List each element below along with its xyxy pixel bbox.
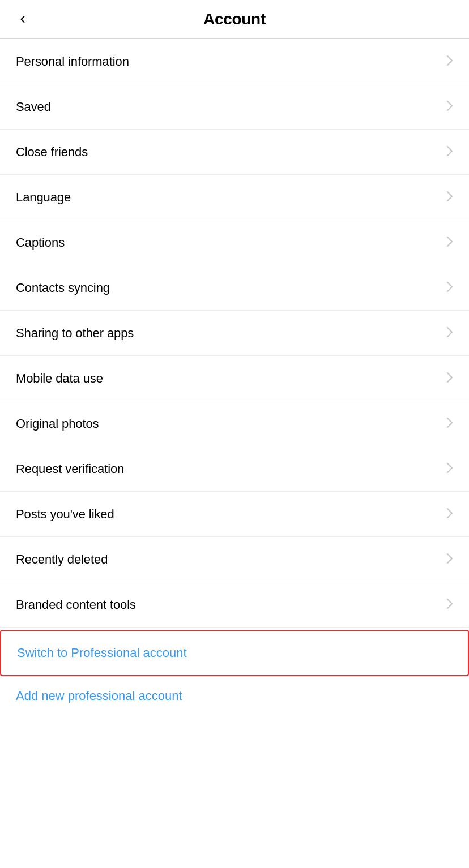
menu-item-label-recently-deleted: Recently deleted — [16, 552, 108, 567]
menu-item-label-original-photos: Original photos — [16, 416, 99, 431]
chevron-right-icon — [446, 145, 453, 159]
page-title: Account — [203, 10, 266, 28]
menu-item-label-sharing-to-other-apps: Sharing to other apps — [16, 326, 134, 341]
menu-item-contacts-syncing[interactable]: Contacts syncing — [0, 265, 469, 311]
menu-list: Personal informationSavedClose friendsLa… — [0, 39, 469, 628]
menu-item-label-captions: Captions — [16, 235, 65, 250]
chevron-right-icon — [446, 553, 453, 566]
menu-item-captions[interactable]: Captions — [0, 220, 469, 265]
add-new-professional-button[interactable]: Add new professional account — [0, 676, 469, 716]
chevron-right-icon — [446, 55, 453, 68]
chevron-right-icon — [446, 372, 453, 385]
chevron-right-icon — [446, 326, 453, 340]
menu-item-label-request-verification: Request verification — [16, 462, 124, 476]
menu-item-recently-deleted[interactable]: Recently deleted — [0, 537, 469, 582]
menu-item-original-photos[interactable]: Original photos — [0, 401, 469, 446]
chevron-right-icon — [446, 236, 453, 250]
menu-item-label-saved: Saved — [16, 100, 51, 114]
chevron-right-icon — [446, 191, 453, 204]
menu-item-close-friends[interactable]: Close friends — [0, 130, 469, 175]
chevron-right-icon — [446, 100, 453, 114]
menu-item-branded-content-tools[interactable]: Branded content tools — [0, 582, 469, 628]
menu-item-saved[interactable]: Saved — [0, 84, 469, 130]
switch-to-professional-label: Switch to Professional account — [17, 646, 187, 660]
menu-item-sharing-to-other-apps[interactable]: Sharing to other apps — [0, 311, 469, 356]
menu-item-label-personal-information: Personal information — [16, 54, 129, 69]
menu-item-language[interactable]: Language — [0, 175, 469, 220]
add-new-professional-label: Add new professional account — [16, 689, 182, 703]
back-button[interactable] — [11, 8, 34, 31]
chevron-right-icon — [446, 281, 453, 295]
back-icon — [16, 12, 29, 26]
header: Account — [0, 0, 469, 39]
menu-item-label-branded-content-tools: Branded content tools — [16, 598, 136, 612]
chevron-right-icon — [446, 598, 453, 612]
chevron-right-icon — [446, 462, 453, 476]
special-section: Switch to Professional account Add new p… — [0, 630, 469, 716]
chevron-right-icon — [446, 417, 453, 431]
switch-to-professional-button[interactable]: Switch to Professional account — [0, 630, 469, 676]
app-container: Account Personal informationSavedClose f… — [0, 0, 469, 716]
menu-item-posts-youve-liked[interactable]: Posts you've liked — [0, 492, 469, 537]
chevron-right-icon — [446, 508, 453, 521]
menu-item-personal-information[interactable]: Personal information — [0, 39, 469, 84]
menu-item-label-language: Language — [16, 190, 71, 205]
menu-item-label-close-friends: Close friends — [16, 145, 88, 160]
menu-item-label-posts-youve-liked: Posts you've liked — [16, 507, 114, 522]
menu-item-label-mobile-data-use: Mobile data use — [16, 371, 103, 386]
menu-item-label-contacts-syncing: Contacts syncing — [16, 281, 110, 295]
menu-item-request-verification[interactable]: Request verification — [0, 446, 469, 492]
menu-item-mobile-data-use[interactable]: Mobile data use — [0, 356, 469, 401]
